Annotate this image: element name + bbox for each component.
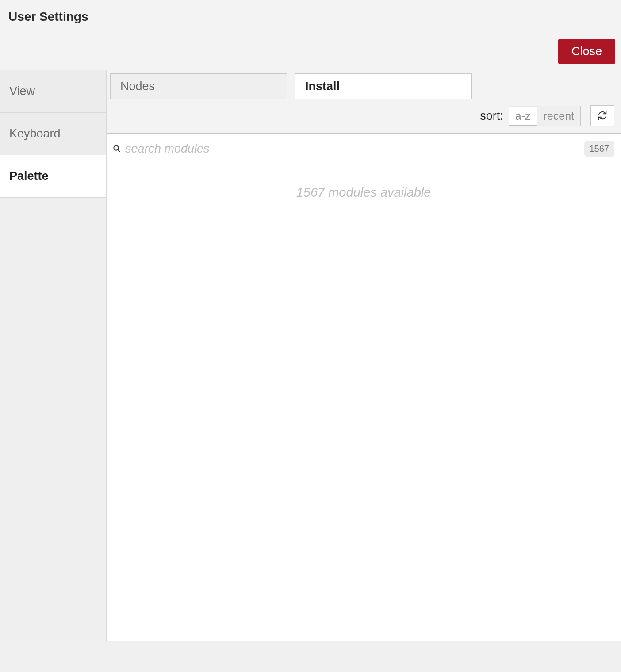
refresh-icon — [598, 111, 607, 122]
refresh-button[interactable] — [590, 105, 614, 126]
tab-install[interactable]: Install — [295, 73, 472, 99]
module-count-badge: 1567 — [584, 141, 615, 157]
search-bar: 1567 — [107, 134, 621, 164]
settings-window: User Settings Close View Keyboard Palett… — [0, 0, 621, 672]
sidebar-item-label: View — [9, 84, 35, 98]
sort-bar: sort: a-z recent — [107, 99, 621, 134]
status-row: 1567 modules available — [107, 164, 621, 221]
tab-label: Install — [305, 80, 340, 93]
sort-option-az[interactable]: a-z — [509, 106, 537, 126]
main-panel: Nodes Install sort: a-z recent — [107, 70, 621, 641]
search-icon — [113, 145, 121, 153]
svg-line-1 — [118, 149, 120, 152]
sort-group: a-z recent — [509, 106, 581, 126]
titlebar: User Settings — [0, 0, 621, 33]
close-button[interactable]: Close — [558, 39, 615, 64]
body: View Keyboard Palette Nodes Install sort… — [0, 70, 621, 641]
sidebar-item-palette[interactable]: Palette — [0, 155, 106, 198]
status-text: 1567 modules available — [296, 185, 431, 200]
sidebar: View Keyboard Palette — [0, 70, 107, 641]
sidebar-item-label: Keyboard — [9, 127, 61, 141]
sidebar-item-view[interactable]: View — [0, 70, 106, 113]
tab-nodes[interactable]: Nodes — [110, 73, 287, 99]
footer — [0, 641, 621, 672]
sidebar-item-label: Palette — [9, 169, 49, 183]
sort-label: sort: — [480, 109, 503, 123]
tab-label: Nodes — [120, 80, 155, 93]
sort-option-recent[interactable]: recent — [537, 106, 580, 126]
search-input[interactable] — [125, 142, 580, 156]
sidebar-item-keyboard[interactable]: Keyboard — [0, 113, 106, 155]
tabs: Nodes Install — [107, 70, 621, 99]
window-title: User Settings — [8, 10, 88, 24]
module-list — [107, 221, 621, 641]
toolbar: Close — [0, 33, 621, 70]
